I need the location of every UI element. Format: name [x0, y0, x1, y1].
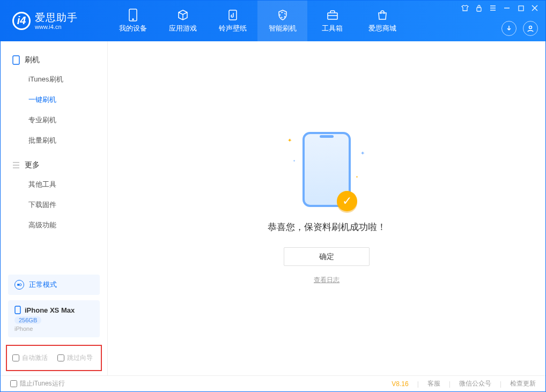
close-button[interactable]	[530, 4, 539, 12]
section-title: 刷机	[25, 55, 40, 65]
svg-point-1	[132, 19, 134, 20]
checkbox-label: 跳过向导	[67, 353, 93, 363]
sidebar-item-advanced[interactable]: 高级功能	[1, 215, 107, 235]
music-icon	[227, 9, 239, 21]
svg-rect-3	[328, 13, 337, 19]
nav-apps-games[interactable]: 应用游戏	[158, 1, 208, 41]
main-content: ✦ ✦ ✦ ✦ ✓ 恭喜您，保资料刷机成功啦！ 确定 查看日志	[108, 41, 545, 375]
sidebar: 刷机 iTunes刷机 一键刷机 专业刷机 批量刷机 更多 其他工具 下载固件 …	[1, 41, 108, 375]
svg-rect-5	[519, 6, 523, 11]
options-highlight-box: 自动激活 跳过向导	[6, 345, 102, 371]
svg-rect-7	[13, 56, 19, 64]
maximize-button[interactable]	[517, 4, 525, 12]
sidebar-item-other-tools[interactable]: 其他工具	[1, 174, 107, 195]
device-phone-icon	[14, 306, 21, 314]
sidebar-section-more: 更多	[1, 156, 107, 174]
nav-label: 智能刷机	[269, 24, 297, 33]
sidebar-section-flash: 刷机	[1, 51, 107, 69]
check-icon: ✓	[337, 191, 357, 211]
checkbox-skip-guide[interactable]: 跳过向导	[57, 353, 93, 363]
device-type: iPhone	[14, 326, 93, 332]
checkbox-auto-activate[interactable]: 自动激活	[12, 353, 48, 363]
sidebar-item-itunes-flash[interactable]: iTunes刷机	[1, 69, 107, 90]
download-icon[interactable]	[501, 21, 517, 36]
svg-rect-4	[477, 8, 481, 11]
svg-point-8	[17, 284, 19, 286]
nav-label: 应用游戏	[169, 24, 197, 33]
svg-rect-2	[229, 10, 237, 20]
nav-label: 爱思商城	[368, 24, 396, 33]
app-title: 爱思助手	[35, 12, 78, 24]
checkbox-stop-itunes[interactable]: 阻止iTunes运行	[10, 379, 65, 388]
minimize-button[interactable]	[503, 4, 511, 12]
nav-label: 工具箱	[322, 24, 343, 33]
nav-smart-flash[interactable]: 智能刷机	[257, 1, 307, 41]
svg-rect-10	[15, 306, 20, 314]
nav-shop[interactable]: 爱思商城	[357, 1, 407, 41]
footer-link-wechat[interactable]: 微信公众号	[459, 379, 491, 388]
footer-link-support[interactable]: 客服	[427, 379, 440, 388]
sidebar-item-pro-flash[interactable]: 专业刷机	[1, 110, 107, 130]
view-log-link[interactable]: 查看日志	[314, 276, 340, 285]
device-name: iPhone XS Max	[25, 306, 75, 314]
nav-tabs: 我的设备 应用游戏 铃声壁纸 智能刷机 工具箱 爱思商城	[108, 1, 407, 41]
success-message: 恭喜您，保资料刷机成功啦！	[268, 221, 386, 233]
footer: 阻止iTunes运行 V8.16 | 客服 | 微信公众号 | 检查更新	[1, 375, 545, 391]
window-controls	[461, 4, 539, 12]
section-title: 更多	[25, 160, 40, 170]
version-label: V8.16	[392, 380, 408, 388]
nav-my-device[interactable]: 我的设备	[108, 1, 158, 41]
logo: i4 爱思助手 www.i4.cn	[1, 12, 108, 30]
mode-panel[interactable]: 正常模式	[8, 275, 100, 295]
nav-toolbox[interactable]: 工具箱	[307, 1, 357, 41]
shop-icon	[377, 9, 388, 21]
checkbox-label: 阻止iTunes运行	[20, 379, 65, 388]
list-icon	[12, 162, 20, 168]
toolbox-icon	[327, 9, 338, 21]
footer-link-update[interactable]: 检查更新	[510, 379, 536, 388]
svg-point-6	[529, 26, 532, 29]
sidebar-item-download-firmware[interactable]: 下载固件	[1, 195, 107, 215]
lock-icon[interactable]	[475, 4, 483, 12]
sidebar-item-oneclick-flash[interactable]: 一键刷机	[1, 90, 107, 110]
mode-icon	[14, 280, 24, 290]
mode-label: 正常模式	[29, 280, 57, 290]
menu-icon[interactable]	[489, 4, 497, 12]
shirt-icon[interactable]	[461, 4, 469, 12]
logo-icon: i4	[12, 12, 31, 30]
shield-icon	[277, 9, 289, 21]
phone-icon	[12, 55, 20, 65]
success-illustration: ✦ ✦ ✦ ✦ ✓	[302, 132, 351, 207]
cube-icon	[177, 9, 189, 21]
device-info[interactable]: iPhone XS Max 256GB iPhone	[8, 300, 100, 337]
user-icon[interactable]	[523, 21, 538, 36]
nav-label: 我的设备	[119, 24, 147, 33]
confirm-button[interactable]: 确定	[284, 247, 370, 266]
sidebar-item-batch-flash[interactable]: 批量刷机	[1, 130, 107, 151]
nav-ringtones[interactable]: 铃声壁纸	[208, 1, 257, 41]
app-subtitle: www.i4.cn	[35, 24, 78, 31]
checkbox-label: 自动激活	[22, 353, 48, 363]
svg-point-9	[19, 284, 21, 286]
nav-label: 铃声壁纸	[219, 24, 247, 33]
device-icon	[127, 9, 139, 21]
header: i4 爱思助手 www.i4.cn 我的设备 应用游戏 铃声壁纸 智能刷机 工具…	[1, 1, 545, 41]
device-storage-badge: 256GB	[14, 316, 41, 324]
header-action-circles	[501, 21, 538, 36]
